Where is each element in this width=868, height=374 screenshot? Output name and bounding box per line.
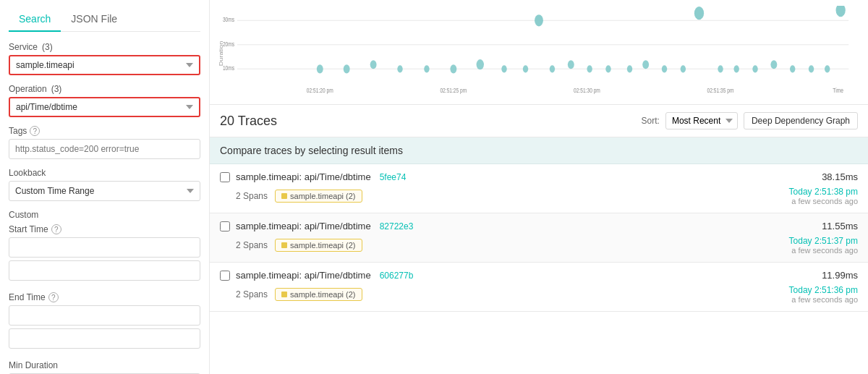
trace-detail-3: 2:51:36 pm <box>814 285 858 295</box>
tags-hint-icon: ? <box>30 126 40 136</box>
trace-detail-2: 2:51:37 pm <box>814 236 858 246</box>
service-dot-2 <box>281 242 287 248</box>
svg-point-30 <box>694 7 704 20</box>
service-dot-3 <box>281 292 287 297</box>
svg-point-17 <box>450 64 456 73</box>
lookback-label: Lookback <box>9 168 200 178</box>
trace-checkbox-3[interactable] <box>220 271 230 281</box>
spans-count-3: 2 Spans <box>236 289 268 299</box>
service-badge-2: sample.timeapi (2) <box>275 239 362 252</box>
svg-point-31 <box>718 65 723 72</box>
service-group: Service(3) sample.timeapi <box>9 42 200 75</box>
trace-id-1: 5fee74 <box>380 172 407 182</box>
trace-today-3: Today <box>789 285 812 295</box>
trace-ago-2: a few seconds ago <box>789 246 858 255</box>
start-time-hint-icon: ? <box>51 224 61 234</box>
service-badge-1: sample.timeapi (2) <box>275 190 362 203</box>
trace-chart: Duration 30ms 20ms 10ms 02:51:20 pm 02:5… <box>218 6 859 101</box>
service-name-3: sample.timeapi (2) <box>290 290 355 299</box>
sort-select[interactable]: Most Recent <box>665 112 738 129</box>
service-label: Service(3) <box>9 42 200 52</box>
svg-point-32 <box>733 65 739 72</box>
trace-item: sample.timeapi: api/Time/dbtime 5fee74 3… <box>210 164 868 213</box>
trace-today-2: Today <box>789 236 812 246</box>
svg-point-36 <box>809 65 814 72</box>
tags-input[interactable] <box>9 139 200 159</box>
min-duration-label: Min Duration <box>9 360 200 370</box>
trace-time-1: Today 2:51:38 pm a few seconds ago <box>789 187 858 205</box>
svg-text:02:51:25 pm: 02:51:25 pm <box>440 87 467 94</box>
svg-point-22 <box>550 65 555 72</box>
svg-text:Time: Time <box>833 87 843 94</box>
results-header: 20 Traces Sort: Most Recent Deep Depende… <box>210 105 868 137</box>
operation-label: Operation(3) <box>9 84 200 94</box>
svg-text:02:51:30 pm: 02:51:30 pm <box>574 87 600 94</box>
svg-point-23 <box>568 60 574 69</box>
trace-checkbox-1[interactable] <box>220 172 230 182</box>
svg-point-13 <box>344 64 350 73</box>
trace-duration-2: 11.55ms <box>822 221 858 231</box>
compare-banner: Compare traces by selecting result items <box>210 137 868 164</box>
trace-item: sample.timeapi: api/Time/dbtime 606277b … <box>210 263 868 312</box>
trace-header: sample.timeapi: api/Time/dbtime 5fee74 3… <box>220 171 858 182</box>
svg-point-26 <box>627 65 632 72</box>
chart-area: Duration 30ms 20ms 10ms 02:51:20 pm 02:5… <box>210 0 868 105</box>
results-controls: Sort: Most Recent Deep Dependency Graph <box>642 112 858 129</box>
lookback-select[interactable]: Custom Time Range <box>9 181 200 201</box>
service-badge-3: sample.timeapi (2) <box>275 288 362 301</box>
svg-point-33 <box>752 65 757 72</box>
right-panel: Duration 30ms 20ms 10ms 02:51:20 pm 02:5… <box>210 0 868 374</box>
operation-select[interactable]: api/Time/dbtime <box>9 97 200 117</box>
trace-time-2: Today 2:51:37 pm a few seconds ago <box>789 236 858 255</box>
trace-meta-1: 2 Spans sample.timeapi (2) Today 2:51:38… <box>220 187 858 205</box>
svg-point-29 <box>681 65 686 72</box>
svg-point-12 <box>317 64 323 73</box>
svg-point-14 <box>370 60 377 69</box>
svg-point-28 <box>662 65 667 72</box>
trace-title-3: sample.timeapi: api/Time/dbtime <box>236 270 371 281</box>
trace-list: sample.timeapi: api/Time/dbtime 5fee74 3… <box>210 164 868 374</box>
svg-point-34 <box>770 60 777 69</box>
svg-point-19 <box>501 65 506 72</box>
svg-text:10ms: 10ms <box>223 64 234 72</box>
sort-label: Sort: <box>642 116 660 126</box>
svg-point-15 <box>397 65 402 72</box>
trace-ago-3: a few seconds ago <box>789 295 858 304</box>
start-time-input[interactable]: 14:51 <box>9 260 200 281</box>
trace-ago-1: a few seconds ago <box>789 197 858 205</box>
end-date-input[interactable]: 30.12.2019 <box>9 305 200 326</box>
svg-point-27 <box>642 60 649 69</box>
tab-search[interactable]: Search <box>9 7 61 32</box>
end-time-group: End Time ? 30.12.2019 15:48 <box>9 292 200 352</box>
start-date-input[interactable]: 30.12.2019 <box>9 237 200 258</box>
trace-meta-3: 2 Spans sample.timeapi (2) Today 2:51:36… <box>220 285 858 304</box>
service-dot-1 <box>281 193 287 199</box>
trace-today-1: Today <box>789 187 812 197</box>
svg-point-18 <box>477 59 484 69</box>
svg-text:02:51:20 pm: 02:51:20 pm <box>307 87 333 94</box>
trace-id-3: 606277b <box>380 271 414 281</box>
trace-meta-2: 2 Spans sample.timeapi (2) Today 2:51:37… <box>220 236 858 255</box>
service-select[interactable]: sample.timeapi <box>9 55 200 75</box>
trace-time-3: Today 2:51:36 pm a few seconds ago <box>789 285 858 304</box>
tab-json-file[interactable]: JSON File <box>61 7 127 32</box>
trace-title-2: sample.timeapi: api/Time/dbtime <box>236 221 371 231</box>
tabs: Search JSON File <box>9 7 200 32</box>
spans-count-1: 2 Spans <box>236 191 268 201</box>
service-name-2: sample.timeapi (2) <box>290 241 355 250</box>
end-time-input[interactable]: 15:48 <box>9 328 200 349</box>
spans-count-2: 2 Spans <box>236 240 268 250</box>
tags-label: Tags ? <box>9 126 200 136</box>
trace-header: sample.timeapi: api/Time/dbtime 606277b … <box>220 270 858 281</box>
svg-point-35 <box>790 65 795 72</box>
svg-text:30ms: 30ms <box>223 16 234 23</box>
svg-point-20 <box>523 65 528 72</box>
min-duration-group: Min Duration <box>9 360 200 374</box>
end-time-hint-icon: ? <box>48 292 59 302</box>
start-time-group: Start Time ? 30.12.2019 14:51 <box>9 224 200 284</box>
dep-graph-button[interactable]: Deep Dependency Graph <box>744 112 858 129</box>
trace-checkbox-2[interactable] <box>220 221 230 231</box>
svg-point-25 <box>605 65 610 72</box>
end-time-label: End Time ? <box>9 292 200 302</box>
svg-point-37 <box>825 65 830 72</box>
